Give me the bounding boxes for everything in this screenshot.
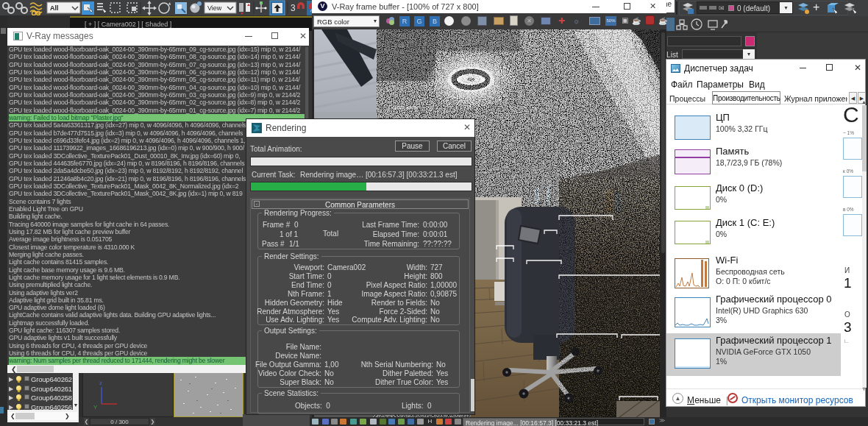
svg-text:All: All — [50, 4, 59, 12]
svg-text:N 505 w206: N 505 w206 — [393, 105, 417, 110]
svg-text:View: View — [207, 4, 222, 12]
svg-text:Y: Y — [93, 404, 98, 411]
svg-text:3: 3 — [291, 3, 296, 13]
svg-text:z: z — [99, 380, 102, 386]
